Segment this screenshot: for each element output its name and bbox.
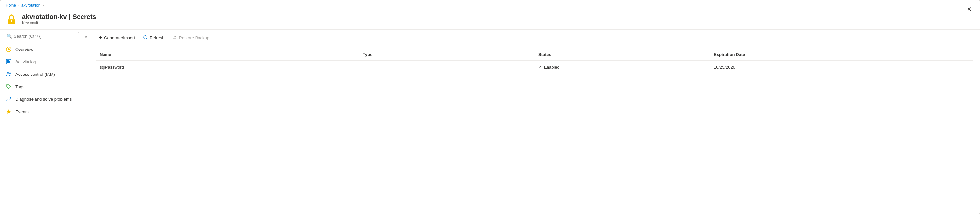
svg-rect-7 — [7, 60, 9, 61]
secret-name: sqlPassword — [95, 61, 359, 74]
col-header-status: Status — [535, 49, 710, 61]
diagnose-label: Diagnose and solve problems — [16, 97, 72, 102]
svg-point-5 — [8, 48, 10, 50]
svg-point-12 — [8, 86, 8, 86]
breadcrumb-chevron-1: › — [18, 3, 19, 7]
generate-import-label: Generate/Import — [104, 35, 135, 40]
access-control-label: Access control (IAM) — [16, 72, 55, 77]
secret-type — [359, 61, 535, 74]
sidebar-item-diagnose[interactable]: Diagnose and solve problems — [0, 93, 89, 105]
page-title: akvrotation-kv | Secrets — [22, 13, 96, 21]
svg-point-11 — [9, 73, 11, 74]
page-subtitle: Key vault — [22, 21, 96, 25]
table-body: sqlPassword ✓ Enabled 10/25/2020 — [95, 61, 973, 74]
status-label: Enabled — [544, 65, 560, 70]
main-window: Home › akvrotation › akvrotation-kv | Se… — [0, 0, 980, 214]
restore-icon — [173, 35, 177, 41]
check-icon: ✓ — [538, 65, 542, 70]
svg-point-13 — [10, 97, 11, 98]
search-input[interactable] — [14, 34, 76, 39]
secrets-table-area: Name Type Status Expiration Date sqlPass… — [89, 46, 980, 214]
sidebar-item-overview[interactable]: Overview — [0, 43, 89, 55]
secrets-table: Name Type Status Expiration Date sqlPass… — [95, 49, 973, 74]
svg-point-10 — [7, 73, 9, 74]
page-header: akvrotation-kv | Secrets Key vault ✕ — [0, 10, 980, 30]
plus-icon: + — [99, 35, 102, 41]
main-layout: 🔍 « Overview — [0, 30, 980, 214]
activity-log-label: Activity log — [16, 59, 36, 64]
restore-backup-button[interactable]: Restore Backup — [169, 33, 213, 43]
secret-expiration: 10/25/2020 — [710, 61, 973, 74]
toolbar: + Generate/Import Refresh — [89, 30, 980, 46]
sidebar-item-tags[interactable]: Tags — [0, 81, 89, 93]
close-button[interactable]: ✕ — [964, 4, 974, 14]
overview-label: Overview — [16, 47, 33, 52]
generate-import-button[interactable]: + Generate/Import — [95, 33, 138, 43]
col-header-expiration: Expiration Date — [710, 49, 973, 61]
refresh-button[interactable]: Refresh — [140, 33, 168, 43]
tags-label: Tags — [16, 84, 24, 89]
table-header: Name Type Status Expiration Date — [95, 49, 973, 61]
col-header-type: Type — [359, 49, 535, 61]
breadcrumb-home[interactable]: Home — [6, 3, 16, 8]
svg-rect-2 — [11, 21, 12, 22]
tags-icon — [6, 84, 11, 90]
header-text: akvrotation-kv | Secrets Key vault — [22, 13, 96, 25]
table-row[interactable]: sqlPassword ✓ Enabled 10/25/2020 — [95, 61, 973, 74]
kv-icon — [6, 13, 18, 25]
sidebar-item-access-control[interactable]: Access control (IAM) — [0, 68, 89, 81]
sidebar-item-events[interactable]: Events — [0, 105, 89, 118]
nav-items: Overview Activity log — [0, 43, 89, 214]
refresh-label: Refresh — [150, 35, 165, 40]
content-area: + Generate/Import Refresh — [89, 30, 980, 214]
diagnose-icon — [6, 96, 11, 102]
svg-rect-9 — [7, 62, 10, 63]
collapse-sidebar-button[interactable]: « — [83, 32, 89, 40]
svg-rect-3 — [8, 19, 15, 20]
breadcrumb-parent[interactable]: akvrotation — [21, 3, 41, 8]
svg-rect-8 — [7, 61, 10, 62]
search-box[interactable]: 🔍 — [4, 32, 79, 40]
events-label: Events — [16, 109, 29, 114]
access-control-icon — [6, 71, 11, 77]
events-icon — [6, 109, 11, 114]
sidebar: 🔍 « Overview — [0, 30, 89, 214]
breadcrumb-chevron-2: › — [42, 3, 44, 7]
secret-status: ✓ Enabled — [535, 61, 710, 74]
activity-log-icon — [6, 59, 11, 65]
breadcrumb: Home › akvrotation › — [0, 0, 980, 10]
refresh-icon — [143, 35, 148, 41]
col-header-name: Name — [95, 49, 359, 61]
search-icon: 🔍 — [6, 34, 12, 39]
overview-icon — [6, 46, 11, 52]
sidebar-item-activity-log[interactable]: Activity log — [0, 55, 89, 68]
restore-backup-label: Restore Backup — [179, 35, 210, 40]
